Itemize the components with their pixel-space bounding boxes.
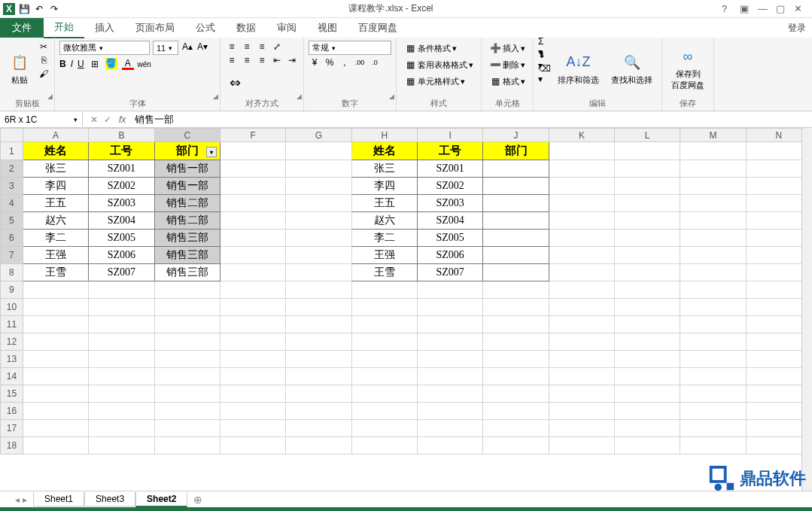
cell-B16[interactable] — [89, 403, 155, 420]
cell-B1[interactable]: 工号 — [89, 142, 155, 160]
insert-cells-button[interactable]: ➕插入 ▾ — [486, 41, 528, 56]
find-select-button[interactable]: 🔍 查找和选择 — [607, 41, 657, 96]
row-header-7[interactable]: 7 — [1, 247, 23, 264]
cell-M16[interactable] — [680, 403, 746, 420]
align-top-icon[interactable]: ≡ — [225, 41, 239, 53]
cell-F3[interactable] — [220, 178, 286, 195]
cell-M15[interactable] — [680, 385, 746, 403]
cell-K5[interactable] — [549, 212, 614, 230]
cell-K14[interactable] — [549, 368, 614, 385]
ribbon-display-icon[interactable]: ▣ — [740, 3, 752, 14]
row-header-17[interactable]: 17 — [1, 420, 23, 437]
name-box[interactable]: 6R x 1C▾ — [0, 113, 83, 126]
fx-icon[interactable]: fx — [119, 114, 130, 125]
cell-J15[interactable] — [483, 385, 549, 403]
cell-H2[interactable]: 张三 — [351, 160, 417, 178]
format-painter-icon[interactable]: 🖌 — [38, 68, 50, 80]
cell-L1[interactable] — [615, 142, 680, 160]
cell-A17[interactable] — [23, 420, 88, 437]
percent-icon[interactable]: % — [324, 56, 336, 68]
cell-A1[interactable]: 姓名 — [23, 142, 88, 160]
vertical-scrollbar[interactable] — [801, 128, 812, 491]
login-link[interactable]: 登录 — [788, 22, 812, 35]
cell-G18[interactable] — [286, 437, 351, 455]
cell-C1[interactable]: 部门▾ — [154, 142, 220, 160]
row-header-2[interactable]: 2 — [1, 160, 23, 178]
cell-G12[interactable] — [286, 333, 351, 351]
cell-C9[interactable] — [154, 281, 220, 299]
sheet-tab-sheet2[interactable]: Sheet2 — [135, 492, 187, 507]
cell-L16[interactable] — [615, 403, 680, 420]
cell-G15[interactable] — [286, 385, 351, 403]
cell-I2[interactable]: SZ001 — [417, 160, 483, 178]
indent-increase-icon[interactable]: ⇥ — [285, 54, 299, 66]
cell-B2[interactable]: SZ001 — [89, 160, 155, 178]
cell-H9[interactable] — [351, 281, 417, 299]
cell-H18[interactable] — [351, 437, 417, 455]
cell-K10[interactable] — [549, 299, 614, 316]
align-right-icon[interactable]: ≡ — [255, 54, 269, 66]
cell-F5[interactable] — [220, 212, 286, 230]
tab-file[interactable]: 文件 — [0, 18, 44, 38]
cell-M8[interactable] — [680, 264, 746, 281]
row-header-12[interactable]: 12 — [1, 333, 23, 351]
cell-L2[interactable] — [615, 160, 680, 178]
cell-C14[interactable] — [154, 368, 220, 385]
cell-J9[interactable] — [483, 281, 549, 299]
close-icon[interactable]: ✕ — [794, 3, 806, 14]
spreadsheet-grid[interactable]: ABCFGHIJKLMN1姓名工号部门▾姓名工号部门2张三SZ001销售一部张三… — [0, 128, 812, 491]
cell-K17[interactable] — [549, 420, 614, 437]
phonetic-icon[interactable]: wén — [138, 58, 151, 70]
cell-C11[interactable] — [154, 316, 220, 333]
row-header-1[interactable]: 1 — [1, 142, 23, 160]
cell-F1[interactable] — [220, 142, 286, 160]
cell-B5[interactable]: SZ004 — [89, 212, 155, 230]
format-as-table-button[interactable]: ▦套用表格格式 ▾ — [401, 57, 476, 72]
cell-I8[interactable]: SZ007 — [417, 264, 483, 281]
column-header-I[interactable]: I — [417, 129, 483, 142]
cell-H13[interactable] — [351, 351, 417, 368]
cell-K15[interactable] — [549, 385, 614, 403]
clear-icon[interactable]: ⌫ ▾ — [538, 68, 550, 80]
cell-M1[interactable] — [680, 142, 746, 160]
decrease-font-icon[interactable]: A▾ — [196, 41, 208, 53]
currency-icon[interactable]: ¥ — [309, 56, 321, 68]
cell-I9[interactable] — [417, 281, 483, 299]
cell-J10[interactable] — [483, 299, 549, 316]
cell-C8[interactable]: 销售三部 — [154, 264, 220, 281]
cell-H14[interactable] — [351, 368, 417, 385]
cell-J1[interactable]: 部门 — [483, 142, 549, 160]
cell-J4[interactable] — [483, 195, 549, 212]
cell-M12[interactable] — [680, 333, 746, 351]
tab-review[interactable]: 审阅 — [266, 18, 307, 38]
cell-A14[interactable] — [23, 368, 88, 385]
cell-L18[interactable] — [615, 437, 680, 455]
cut-icon[interactable]: ✂ — [38, 41, 50, 53]
cell-C15[interactable] — [154, 385, 220, 403]
row-header-10[interactable]: 10 — [1, 299, 23, 316]
cell-I11[interactable] — [417, 316, 483, 333]
font-launcher-icon[interactable]: ◢ — [213, 93, 218, 100]
cell-L3[interactable] — [615, 178, 680, 195]
cell-L11[interactable] — [615, 316, 680, 333]
formula-input[interactable] — [130, 112, 812, 126]
font-family-combo[interactable]: 微软雅黑▾ — [59, 41, 150, 55]
align-bottom-icon[interactable]: ≡ — [255, 41, 269, 53]
row-header-3[interactable]: 3 — [1, 178, 23, 195]
cell-G3[interactable] — [286, 178, 351, 195]
cell-F10[interactable] — [220, 299, 286, 316]
cell-A12[interactable] — [23, 333, 88, 351]
indent-decrease-icon[interactable]: ⇤ — [270, 54, 284, 66]
cell-I18[interactable] — [417, 437, 483, 455]
cell-C4[interactable]: 销售二部 — [154, 195, 220, 212]
increase-decimal-icon[interactable]: .00 — [354, 56, 366, 68]
cell-H3[interactable]: 李四 — [351, 178, 417, 195]
cell-A10[interactable] — [23, 299, 88, 316]
conditional-format-button[interactable]: ▦条件格式 ▾ — [401, 41, 476, 56]
cell-G8[interactable] — [286, 264, 351, 281]
cell-A6[interactable]: 李二 — [23, 230, 88, 247]
column-header-G[interactable]: G — [286, 129, 351, 142]
cell-M7[interactable] — [680, 247, 746, 264]
cell-M2[interactable] — [680, 160, 746, 178]
cell-F9[interactable] — [220, 281, 286, 299]
